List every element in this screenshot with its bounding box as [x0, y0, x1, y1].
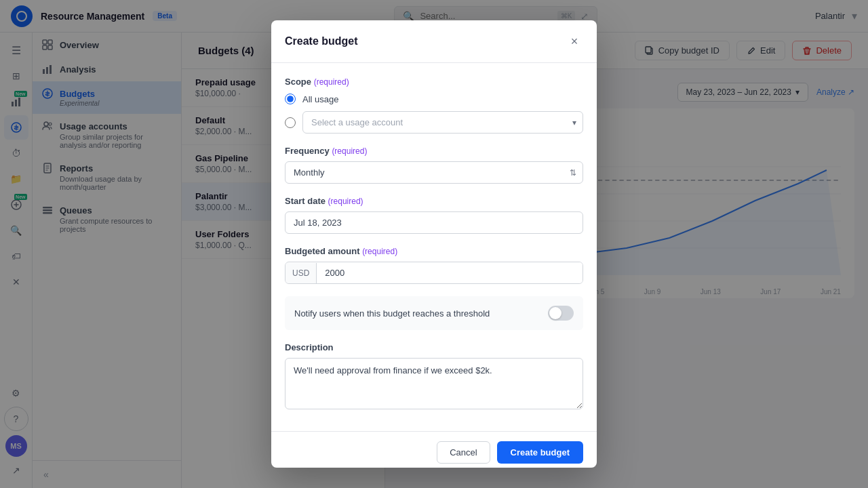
- usage-account-select[interactable]: Select a usage account: [302, 111, 583, 134]
- description-textarea[interactable]: We'll need approval from finance if we e…: [285, 358, 583, 409]
- scope-label: Scope (required): [285, 77, 583, 87]
- cancel-button[interactable]: Cancel: [437, 441, 490, 464]
- create-budget-button[interactable]: Create budget: [497, 441, 583, 464]
- scope-all-usage-label: All usage: [302, 94, 338, 104]
- scope-all-usage-radio[interactable]: [285, 94, 296, 104]
- create-budget-modal: Create budget × Scope (required) All usa…: [271, 20, 597, 468]
- start-date-label: Start date (required): [285, 196, 583, 206]
- budgeted-amount-label: Budgeted amount (required): [285, 246, 583, 256]
- currency-label: USD: [285, 263, 317, 283]
- threshold-label: Notify users when this budget reaches a …: [294, 308, 490, 319]
- frequency-label: Frequency (required): [285, 146, 583, 156]
- amount-input[interactable]: [317, 262, 583, 283]
- modal-close-button[interactable]: ×: [566, 33, 583, 50]
- scope-all-usage-option[interactable]: All usage: [285, 94, 583, 104]
- frequency-select[interactable]: Monthly Weekly Quarterly Yearly: [285, 161, 583, 184]
- modal-title: Create budget: [285, 35, 358, 47]
- modal-overlay: Create budget × Scope (required) All usa…: [0, 0, 868, 488]
- scope-usage-account-radio[interactable]: [285, 117, 296, 128]
- threshold-toggle[interactable]: [548, 306, 574, 321]
- scope-usage-account-option[interactable]: Select a usage account ▾: [285, 111, 583, 134]
- start-date-input[interactable]: [285, 211, 583, 234]
- description-label: Description: [285, 342, 583, 352]
